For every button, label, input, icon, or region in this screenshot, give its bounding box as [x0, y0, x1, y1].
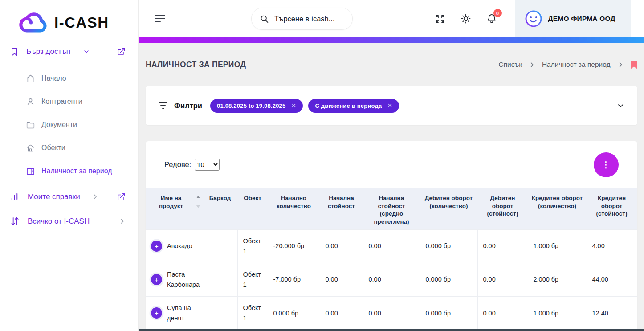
column-header-debit-value[interactable]: Дебитен оборот (стойност): [477, 188, 528, 229]
page-header: НАЛИЧНОСТ ЗА ПЕРИОД Списък Наличност за …: [146, 43, 637, 86]
global-search[interactable]: [251, 8, 353, 30]
external-link-icon[interactable]: [117, 192, 126, 201]
bookmark-icon: [10, 47, 19, 57]
cell-start-qty: 0.000 бр: [268, 296, 320, 330]
sort-asc-icon[interactable]: [196, 196, 200, 198]
expand-row-button[interactable]: +: [151, 274, 162, 285]
sidebar-item-home[interactable]: Начало: [0, 67, 138, 90]
external-link-icon[interactable]: [117, 47, 126, 56]
cell-credit-qty: 2.000 бр: [528, 263, 587, 296]
sidebar-item-label: Всичко от I-CASH: [28, 217, 90, 226]
chevron-right-icon: [119, 218, 126, 225]
horizontal-scrollbar[interactable]: [139, 329, 644, 331]
filters-panel: Филтри 01.08.2025 to 19.08.2025 ✕ С движ…: [146, 86, 637, 125]
accent-gradient-strip: [139, 37, 644, 43]
chevron-right-icon: [617, 61, 624, 69]
filter-chip-movement[interactable]: С движение в периода ✕: [308, 99, 399, 113]
cell-barcode: [203, 263, 237, 296]
sidebar-item-documents[interactable]: Документи: [0, 113, 138, 136]
cell-start-qty: -7.000 бр: [268, 263, 320, 296]
table-row: + Паста Карбонара Обект 1 -7.000 бр 0.00…: [146, 263, 637, 296]
product-name: Авокадо: [167, 241, 192, 251]
column-header-credit-value[interactable]: Кредитен оборот (стойност): [587, 188, 637, 229]
cell-debit-qty: 0.000 бр: [420, 263, 477, 296]
sidebar-item-availability-period[interactable]: Наличност за период: [0, 159, 138, 183]
cell-start-qty: -20.000 бр: [268, 229, 320, 263]
chip-close-icon[interactable]: ✕: [291, 102, 296, 109]
cell-start-value: 0.00: [320, 263, 363, 296]
sidebar-item-label: Начало: [41, 74, 66, 82]
column-header-barcode[interactable]: Баркод: [203, 188, 237, 229]
filters-label: Филтри: [174, 102, 202, 110]
store-icon: [26, 143, 36, 153]
column-header-object[interactable]: Обект: [237, 188, 268, 229]
cell-object: Обект 1: [237, 296, 268, 330]
cell-debit-value: 0.00: [477, 229, 528, 263]
cell-start-value-avg: 0.00: [363, 263, 420, 296]
column-header-credit-qty[interactable]: Кредитен оборот (количество): [528, 188, 587, 229]
main-area: 0 ДЕМО ФИРМА ООД НАЛИЧНОСТ ЗА ПЕ: [139, 0, 644, 331]
column-header-product[interactable]: Име на продукт: [146, 188, 203, 229]
sidebar-nav: Начало Контрагенти Документи Обекти: [0, 67, 138, 183]
search-input[interactable]: [274, 15, 341, 23]
sidebar-item-my-reports[interactable]: Моите справки: [0, 184, 138, 209]
notifications-button[interactable]: 0: [486, 13, 497, 24]
rows-per-page-select[interactable]: 10: [195, 159, 220, 171]
column-header-start-value-avg[interactable]: Начална стойност (средно претеглена): [363, 188, 420, 229]
expand-row-button[interactable]: +: [151, 241, 162, 252]
sidebar-item-contragents[interactable]: Контрагенти: [0, 90, 138, 113]
cell-debit-qty: 0.000 бр: [420, 296, 477, 330]
sidebar-bottom-nav: Моите справки Всичко от I-CASH: [0, 184, 138, 233]
topbar-icons: 0: [435, 13, 515, 24]
sort-desc-icon[interactable]: [196, 205, 200, 208]
column-header-start-value[interactable]: Начална стойност: [320, 188, 363, 229]
filter-chip-date-range[interactable]: 01.08.2025 to 19.08.2025 ✕: [210, 99, 303, 113]
cell-credit-qty: 1.000 бр: [528, 229, 587, 263]
chevron-right-icon: [529, 61, 535, 69]
smiley-avatar: [525, 10, 542, 28]
company-name: ДЕМО ФИРМА ООД: [548, 15, 615, 23]
sidebar-item-label: Наличност за период: [41, 167, 112, 175]
home-icon: [26, 74, 36, 83]
cell-debit-value: 0.00: [477, 263, 528, 296]
bookmark-filled-icon[interactable]: [631, 61, 637, 69]
kebab-icon: ⋮: [602, 160, 610, 169]
collapse-chevron-down-icon[interactable]: [616, 102, 625, 110]
cell-credit-value: 44.00: [587, 263, 637, 296]
breadcrumb: Списък Наличност за период: [498, 61, 637, 69]
person-icon: [26, 97, 36, 106]
brightness-icon[interactable]: [461, 13, 471, 24]
menu-toggle-icon[interactable]: [155, 13, 166, 25]
breadcrumb-item[interactable]: Наличност за период: [542, 61, 611, 69]
cell-credit-qty: 1.000 бр: [528, 296, 587, 330]
breadcrumb-item[interactable]: Списък: [498, 61, 522, 69]
expand-row-button[interactable]: +: [151, 307, 162, 319]
fullscreen-icon[interactable]: [435, 13, 445, 24]
cell-object: Обект 1: [237, 229, 268, 263]
bar-chart-icon: [10, 192, 20, 202]
calendar-icon: [26, 166, 36, 176]
product-name: Паста Карбонара: [167, 270, 200, 290]
table-header-row: Име на продукт Баркод Обект Начално коли…: [146, 188, 637, 229]
column-header-start-qty[interactable]: Начално количество: [268, 188, 320, 229]
cloud-logo-icon: [17, 10, 51, 35]
filter-icon: [158, 101, 168, 111]
sidebar-item-everything-icash[interactable]: Всичко от I-CASH: [0, 209, 138, 233]
cell-start-value-avg: 0.00: [363, 296, 420, 330]
page-content: НАЛИЧНОСТ ЗА ПЕРИОД Списък Наличност за …: [139, 43, 644, 331]
column-header-debit-qty[interactable]: Дебитен оборот (количество): [420, 188, 477, 229]
topbar: 0 ДЕМО ФИРМА ООД: [139, 0, 644, 37]
brand-name: I-CASH: [54, 14, 109, 31]
chevron-right-icon: [92, 193, 98, 200]
account-menu[interactable]: ДЕМО ФИРМА ООД: [515, 0, 631, 37]
sort-icons[interactable]: [196, 194, 200, 210]
sidebar-quick-access[interactable]: Бърз достъп: [0, 42, 138, 61]
sidebar: I-CASH Бърз достъп Начало Контрагенти: [0, 0, 139, 331]
plus-icon: +: [155, 243, 159, 249]
chip-close-icon[interactable]: ✕: [387, 102, 392, 109]
table-actions-button[interactable]: ⋮: [594, 152, 619, 177]
cell-credit-value: 4.00: [587, 229, 637, 263]
sidebar-item-objects[interactable]: Обекти: [0, 136, 138, 159]
cell-start-value-avg: 0.00: [363, 229, 420, 263]
brand-logo[interactable]: I-CASH: [0, 0, 138, 38]
